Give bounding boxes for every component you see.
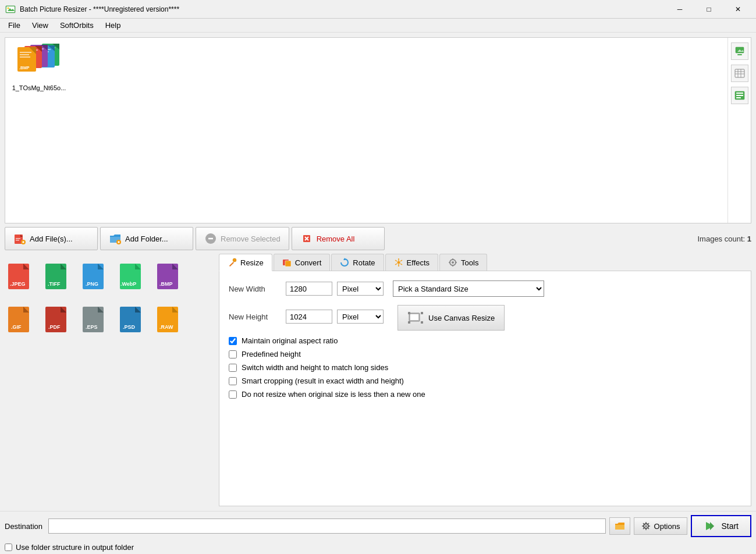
menu-view[interactable]: View bbox=[26, 20, 54, 31]
maximize-button[interactable]: □ bbox=[695, 0, 722, 19]
maintain-aspect-checkbox[interactable] bbox=[229, 337, 237, 345]
do-not-resize-label[interactable]: Do not resize when original size is less… bbox=[242, 390, 425, 399]
menubar: File View SoftOrbits Help bbox=[0, 19, 756, 33]
svg-rect-44 bbox=[23, 242, 24, 243]
svg-rect-22 bbox=[20, 52, 31, 53]
start-button[interactable]: Start bbox=[691, 515, 751, 537]
svg-text:.EPS: .EPS bbox=[86, 324, 98, 330]
svg-text:.PNG: .PNG bbox=[86, 281, 98, 287]
smart-cropping-label[interactable]: Smart cropping (result in exact width an… bbox=[242, 377, 404, 385]
tab-convert[interactable]: Convert bbox=[274, 254, 331, 271]
menu-softorbits[interactable]: SoftOrbits bbox=[54, 20, 100, 31]
format-pdf: .PDF bbox=[42, 303, 77, 343]
remove-all-button[interactable]: Remove All bbox=[292, 227, 385, 250]
sidebar-icon-3[interactable] bbox=[731, 87, 748, 104]
new-height-unit-select[interactable]: Pixel Percent Inch Cm bbox=[337, 310, 384, 324]
options-button[interactable]: Options bbox=[634, 517, 688, 535]
svg-rect-86 bbox=[285, 261, 291, 267]
format-psd: .PSD bbox=[116, 303, 151, 343]
tab-effects[interactable]: Effects bbox=[385, 254, 439, 271]
do-not-resize-checkbox[interactable] bbox=[229, 390, 237, 399]
svg-rect-28 bbox=[737, 54, 742, 55]
image-list-area: .BMP 1_TOsMg_Nt65o... bbox=[5, 37, 751, 223]
smart-cropping-row: Smart cropping (result in exact width an… bbox=[229, 377, 741, 385]
remove-selected-label: Remove Selected bbox=[221, 235, 281, 243]
svg-text:.WebP: .WebP bbox=[120, 281, 136, 287]
svg-line-89 bbox=[400, 260, 402, 261]
switch-width-height-label[interactable]: Switch width and height to match long si… bbox=[242, 363, 388, 372]
format-png: .PNG bbox=[79, 260, 114, 300]
image-item: .BMP 1_TOsMg_Nt65o... bbox=[10, 42, 68, 91]
maintain-aspect-label[interactable]: Maintain original aspect ratio bbox=[242, 336, 338, 345]
tab-rotate[interactable]: Rotate bbox=[331, 254, 384, 271]
sidebar-icons bbox=[727, 38, 751, 223]
svg-rect-36 bbox=[736, 95, 743, 96]
format-raw: .RAW bbox=[154, 303, 189, 343]
canvas-resize-button[interactable]: Use Canvas Resize bbox=[397, 305, 505, 331]
remove-selected-button[interactable]: Remove Selected bbox=[196, 227, 289, 250]
smart-cropping-checkbox[interactable] bbox=[229, 377, 237, 385]
new-height-input[interactable] bbox=[286, 310, 332, 324]
add-files-label: Add File(s)... bbox=[30, 235, 73, 243]
tabs: Resize Convert Rotate bbox=[219, 254, 751, 271]
tab-resize[interactable]: Resize bbox=[219, 254, 272, 271]
svg-text:.JPEG: .JPEG bbox=[10, 281, 26, 287]
add-files-button[interactable]: Add File(s)... bbox=[5, 227, 98, 250]
destination-label: Destination bbox=[5, 522, 42, 531]
tab-tools[interactable]: Tools bbox=[439, 254, 487, 271]
svg-line-113 bbox=[643, 523, 644, 524]
svg-rect-24 bbox=[20, 56, 30, 58]
menu-file[interactable]: File bbox=[2, 20, 26, 31]
images-count: Images count: 1 bbox=[697, 235, 751, 243]
new-width-unit-select[interactable]: Pixel Percent Inch Cm bbox=[337, 282, 384, 296]
destination-input[interactable] bbox=[48, 519, 606, 534]
resize-tab-content: New Width Pixel Percent Inch Cm Pick a S… bbox=[219, 271, 751, 506]
standard-size-select[interactable]: Pick a Standard Size bbox=[393, 280, 544, 297]
remove-all-icon bbox=[300, 232, 313, 245]
svg-line-92 bbox=[395, 264, 397, 265]
destination-browse-button[interactable] bbox=[609, 517, 630, 535]
svg-rect-103 bbox=[408, 312, 410, 314]
height-row: New Height Pixel Percent Inch Cm bbox=[229, 303, 741, 331]
format-bmp: .BMP bbox=[154, 260, 189, 300]
window-content: .BMP 1_TOsMg_Nt65o... bbox=[0, 33, 756, 554]
format-eps: .EPS bbox=[79, 303, 114, 343]
resize-tab-icon bbox=[228, 258, 237, 267]
svg-point-108 bbox=[645, 525, 647, 527]
svg-rect-23 bbox=[20, 54, 29, 55]
do-not-resize-row: Do not resize when original size is less… bbox=[229, 390, 741, 399]
tab-rotate-label: Rotate bbox=[353, 258, 375, 267]
sidebar-icon-1[interactable] bbox=[731, 42, 748, 60]
svg-text:.BMP: .BMP bbox=[19, 66, 30, 70]
close-button[interactable]: ✕ bbox=[725, 0, 751, 19]
new-width-input[interactable] bbox=[286, 282, 332, 296]
svg-marker-118 bbox=[710, 522, 714, 530]
svg-text:.PSD: .PSD bbox=[123, 324, 136, 330]
use-folder-checkbox[interactable] bbox=[5, 544, 12, 551]
switch-width-height-checkbox[interactable] bbox=[229, 364, 237, 372]
svg-text:.GIF: .GIF bbox=[11, 324, 22, 330]
svg-rect-40 bbox=[16, 238, 20, 239]
svg-point-3 bbox=[8, 7, 9, 9]
svg-text:.PDF: .PDF bbox=[48, 324, 61, 330]
predefined-height-row: Predefined height bbox=[229, 350, 741, 358]
format-row-2: .GIF .PDF .EPS bbox=[5, 303, 214, 343]
browse-icon bbox=[614, 520, 626, 532]
svg-rect-105 bbox=[408, 321, 410, 324]
predefined-height-label[interactable]: Predefined height bbox=[242, 350, 301, 358]
sidebar-icon-2[interactable] bbox=[731, 65, 748, 82]
svg-point-84 bbox=[233, 258, 236, 262]
svg-rect-106 bbox=[421, 321, 423, 324]
options-label: Options bbox=[654, 522, 680, 531]
menu-help[interactable]: Help bbox=[100, 20, 127, 31]
predefined-height-checkbox[interactable] bbox=[229, 350, 237, 358]
use-folder-label[interactable]: Use folder structure in output folder bbox=[16, 543, 134, 552]
add-folder-button[interactable]: Add Folder... bbox=[100, 227, 193, 250]
remove-all-label: Remove All bbox=[317, 235, 355, 243]
effects-tab-icon bbox=[394, 258, 403, 267]
tab-panel: Resize Convert Rotate bbox=[219, 254, 751, 506]
minimize-button[interactable]: ─ bbox=[666, 0, 693, 19]
start-icon bbox=[704, 520, 716, 532]
switch-width-height-row: Switch width and height to match long si… bbox=[229, 363, 741, 372]
images-count-value: 1 bbox=[747, 235, 751, 243]
